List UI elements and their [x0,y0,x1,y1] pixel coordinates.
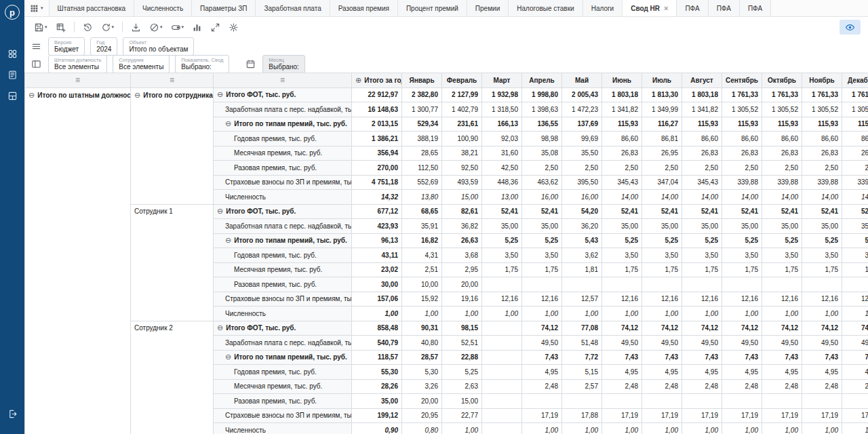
tab-7[interactable]: Премии [467,0,509,16]
month-column-header[interactable]: Декабрь [842,73,868,88]
month-value-cell[interactable]: 74,12 [682,321,722,336]
column-menu-icon[interactable]: ≡ [170,75,174,85]
month-value-cell[interactable]: 52,41 [802,204,842,219]
month-value-cell[interactable]: 1,75 [842,262,868,277]
month-value-cell[interactable]: 14,00 [722,190,762,205]
month-value-cell[interactable]: 35,00 [482,219,522,234]
month-value-cell[interactable] [522,277,562,292]
month-value-cell[interactable]: 35,08 [522,146,562,161]
total-value-cell[interactable]: 118,57 [352,350,402,365]
month-column-header[interactable]: Октябрь [762,73,802,88]
month-value-cell[interactable]: 552,69 [402,175,442,190]
month-value-cell[interactable]: 54,20 [562,204,602,219]
total-value-cell[interactable]: 96,13 [352,233,402,248]
total-value-cell[interactable]: 35,00 [352,394,402,409]
tab-9[interactable]: Налоги [583,0,623,16]
total-value-cell[interactable]: 23,02 [352,262,402,277]
month-value-cell[interactable]: 5,25 [802,233,842,248]
month-value-cell[interactable] [482,321,522,336]
month-value-cell[interactable]: 5,25 [642,233,682,248]
month-value-cell[interactable]: 5,25 [682,233,722,248]
month-value-cell[interactable]: 2,57 [562,379,602,394]
tab-3[interactable]: Параметры ЗП [192,0,256,16]
month-value-cell[interactable]: 90,31 [402,321,442,336]
month-value-cell[interactable]: 1,00 [602,307,642,321]
month-value-cell[interactable]: 52,41 [642,204,682,219]
month-value-cell[interactable] [482,423,522,434]
tab-1[interactable]: Штатная расстановка [50,0,135,16]
month-value-cell[interactable]: 19,16 [442,292,482,307]
month-value-cell[interactable] [602,277,642,292]
month-value-cell[interactable]: 1 803,18 [682,87,722,102]
month-value-cell[interactable]: 3,50 [762,248,802,263]
month-value-cell[interactable] [482,408,522,423]
collapse-node-icon[interactable]: ⊖ [225,353,231,361]
month-value-cell[interactable]: 116,27 [642,117,682,132]
month-value-cell[interactable]: 1,00 [722,307,762,321]
month-value-cell[interactable]: 7,43 [642,350,682,365]
month-value-cell[interactable]: 3,50 [802,248,842,263]
collapse-node-icon[interactable]: ⊖ [134,91,140,100]
month-value-cell[interactable]: 448,36 [482,175,522,190]
total-value-cell[interactable]: 1 386,21 [352,132,402,146]
month-value-cell[interactable]: 13,80 [402,190,442,205]
month-value-cell[interactable]: 52,41 [842,204,868,219]
month-value-cell[interactable]: 52,41 [482,204,522,219]
column-menu-icon[interactable]: ≡ [75,75,80,85]
month-value-cell[interactable]: 52,51 [442,336,482,351]
month-value-cell[interactable] [842,277,868,292]
calendar-button[interactable] [244,59,257,69]
month-value-cell[interactable]: 115,93 [762,117,802,132]
tab-11[interactable]: ПФА [677,0,708,16]
month-value-cell[interactable]: 17,88 [562,408,602,423]
month-value-cell[interactable]: 5,25 [482,233,522,248]
month-value-cell[interactable]: 136,55 [522,117,562,132]
month-value-cell[interactable]: 15,92 [402,292,442,307]
month-value-cell[interactable]: 86,60 [602,132,642,146]
total-column-header[interactable]: ⊕Итого за год [352,73,402,88]
month-value-cell[interactable] [802,277,842,292]
filter-chip[interactable]: ОбъектИтого по объектам [123,37,194,56]
month-value-cell[interactable]: 49,50 [762,336,802,351]
month-value-cell[interactable]: 38,21 [442,146,482,161]
month-value-cell[interactable]: 4,95 [522,365,562,380]
month-value-cell[interactable]: 92,50 [442,161,482,176]
month-value-cell[interactable]: 92,03 [482,132,522,146]
month-value-cell[interactable]: 7,43 [842,350,868,365]
month-value-cell[interactable]: 5,25 [602,233,642,248]
month-value-cell[interactable]: 49,50 [522,336,562,351]
month-value-cell[interactable]: 16,82 [402,233,442,248]
month-value-cell[interactable]: 17,19 [762,408,802,423]
month-column-header[interactable]: Ноябрь [802,73,842,88]
month-value-cell[interactable]: 2 005,43 [562,87,602,102]
month-value-cell[interactable]: 1,75 [522,262,562,277]
month-value-cell[interactable]: 17,19 [722,408,762,423]
month-column-header[interactable]: Август [682,73,722,88]
month-value-cell[interactable]: 529,34 [402,117,442,132]
column-menu-header[interactable]: ≡ [25,73,131,88]
month-value-cell[interactable]: 5,30 [402,365,442,380]
month-column-header[interactable]: Июль [642,73,682,88]
month-value-cell[interactable]: 3,68 [442,248,482,263]
month-value-cell[interactable]: 1 341,82 [602,102,642,117]
month-value-cell[interactable]: 74,12 [522,321,562,336]
month-value-cell[interactable]: 1,00 [562,423,602,434]
download-button[interactable] [129,20,143,35]
month-value-cell[interactable]: 339,88 [802,175,842,190]
month-value-cell[interactable] [842,394,868,409]
month-value-cell[interactable]: 52,41 [682,204,722,219]
expand-arrows-button[interactable] [208,20,222,35]
month-value-cell[interactable]: 31,60 [482,146,522,161]
month-value-cell[interactable]: 1,00 [722,423,762,434]
total-value-cell[interactable]: 16 148,63 [352,102,402,117]
month-value-cell[interactable]: 26,83 [602,146,642,161]
month-value-cell[interactable]: 98,98 [522,132,562,146]
month-value-cell[interactable]: 17,19 [522,408,562,423]
month-value-cell[interactable]: 5,25 [442,365,482,380]
total-value-cell[interactable]: 28,26 [352,379,402,394]
month-value-cell[interactable]: 1,75 [762,262,802,277]
total-value-cell[interactable]: 199,12 [352,408,402,423]
tab-10[interactable]: Свод HR× [623,0,677,16]
month-value-cell[interactable]: 4,95 [602,365,642,380]
month-value-cell[interactable]: 52,41 [602,204,642,219]
